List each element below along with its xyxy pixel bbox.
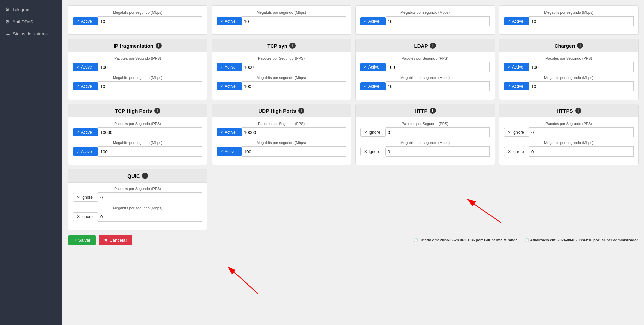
card-header-ldap: LDAP i <box>356 39 495 52</box>
info-icon-quic[interactable]: i <box>142 173 148 179</box>
info-icon-ip-fragmentation[interactable]: i <box>156 43 162 49</box>
field-btn-tcp-syn-1[interactable]: ✓ Active <box>217 82 242 90</box>
field-btn-chargen-1[interactable]: ✓ Active <box>504 82 529 90</box>
card-title-tcp-syn: TCP syn <box>267 43 287 49</box>
field-btn-http-1[interactable]: ✕ Ignore <box>360 147 386 156</box>
btn-label-https-1: Ignore <box>512 149 524 154</box>
created-label: Criado em: <box>420 238 439 242</box>
info-icon-ldap[interactable]: i <box>430 43 436 49</box>
info-icon-chargen[interactable]: i <box>577 43 583 49</box>
top-active-btn-1[interactable]: ✓ Active <box>73 17 98 25</box>
svg-line-2 <box>228 267 258 294</box>
field-input-https-0[interactable] <box>529 127 634 137</box>
field-input-quic-0[interactable] <box>98 192 202 202</box>
top-active-btn-4[interactable]: ✓ Active <box>504 17 529 25</box>
field-btn-tcp-high-ports-1[interactable]: ✓ Active <box>73 147 98 156</box>
field-input-http-0[interactable] <box>386 127 490 137</box>
card-title-tcp-high-ports: TCP High Ports <box>115 108 152 114</box>
top-input-2[interactable] <box>242 16 346 26</box>
field-btn-https-1[interactable]: ✕ Ignore <box>504 147 529 156</box>
cancel-button[interactable]: ✖ Cancelar <box>99 235 132 245</box>
field-btn-chargen-0[interactable]: ✓ Active <box>504 63 529 71</box>
field-btn-quic-0[interactable]: ✕ Ignore <box>73 193 98 202</box>
field-input-tcp-high-ports-0[interactable] <box>98 127 202 137</box>
btn-icon-ldap-1: ✓ <box>364 84 367 89</box>
card-header-http: HTTP i <box>356 104 495 117</box>
field-input-udp-high-ports-0[interactable] <box>242 127 346 137</box>
top-field-row-4: ✓ Active <box>504 16 634 26</box>
top-input-3[interactable] <box>386 16 490 26</box>
field-input-tcp-syn-1[interactable] <box>242 81 346 91</box>
anti-ddos-icon: ⚙ <box>5 19 10 24</box>
info-icon-tcp-high-ports[interactable]: i <box>154 108 160 114</box>
card-tcp-high-ports: TCP High Ports i Pacotes por Segundo (PP… <box>68 104 207 165</box>
btn-label-chargen-1: Active <box>512 84 523 89</box>
field-btn-tcp-high-ports-0[interactable]: ✓ Active <box>73 128 98 136</box>
field-label-quic-1: Megabits por segundo (Mbps) <box>73 206 202 210</box>
top-input-1[interactable] <box>98 16 202 26</box>
field-input-tcp-high-ports-1[interactable] <box>98 146 202 157</box>
btn-label-udp-high-ports-0: Active <box>225 130 236 135</box>
top-row: Megabits por segundo (Mbps) ✓ Active Meg… <box>68 5 639 35</box>
field-btn-ip-fragmentation-1[interactable]: ✓ Active <box>73 82 98 90</box>
field-input-chargen-0[interactable] <box>529 62 634 72</box>
field-input-ldap-1[interactable] <box>386 81 490 91</box>
btn-label-ldap-1: Active <box>368 84 380 89</box>
footer: + Salvar ✖ Cancelar 🕐 Criado em: 2023-02… <box>68 235 639 245</box>
btn-icon-udp-high-ports-0: ✓ <box>220 130 223 135</box>
sidebar-label-anti-ddos: Anti-DDoS <box>12 19 33 24</box>
top-active-btn-2[interactable]: ✓ Active <box>217 17 242 25</box>
field-input-ldap-0[interactable] <box>386 62 490 72</box>
btn-label-tcp-high-ports-1: Active <box>81 149 92 154</box>
field-btn-tcp-syn-0[interactable]: ✓ Active <box>217 63 242 71</box>
field-label-http-1: Megabits por segundo (Mbps) <box>360 141 490 145</box>
field-btn-ldap-1[interactable]: ✓ Active <box>360 82 386 90</box>
save-button[interactable]: + Salvar <box>68 235 96 245</box>
btn-label-ldap-0: Active <box>368 65 380 70</box>
btn-icon-ldap-0: ✓ <box>364 65 367 70</box>
btn-label-udp-high-ports-1: Active <box>225 149 236 154</box>
footer-meta: 🕐 Criado em: 2023-02-28 06:01:36 por: Gu… <box>414 238 638 242</box>
field-label-tcp-high-ports-1: Megabits por segundo (Mbps) <box>73 141 202 145</box>
field-input-quic-1[interactable] <box>98 212 202 222</box>
info-icon-udp-high-ports[interactable]: i <box>298 108 304 114</box>
check-icon-4: ✓ <box>507 19 511 24</box>
sidebar-item-telegram[interactable]: ⚙ Telegram <box>0 3 62 16</box>
field-input-http-1[interactable] <box>386 146 490 157</box>
info-icon-tcp-syn[interactable]: i <box>289 43 296 49</box>
field-btn-ldap-0[interactable]: ✓ Active <box>360 63 386 71</box>
top-input-4[interactable] <box>529 16 634 26</box>
field-input-tcp-syn-0[interactable] <box>242 62 346 72</box>
sidebar-label-telegram: Telegram <box>12 7 30 12</box>
btn-label-http-0: Ignore <box>369 130 380 135</box>
field-btn-quic-1[interactable]: ✕ Ignore <box>73 212 98 221</box>
field-row-tcp-syn-0: ✓ Active <box>217 62 346 72</box>
info-icon-https[interactable]: i <box>575 108 581 114</box>
field-row-tcp-high-ports-1: ✓ Active <box>73 146 202 157</box>
field-btn-http-0[interactable]: ✕ Ignore <box>360 128 386 137</box>
field-input-ip-fragmentation-0[interactable] <box>98 62 202 72</box>
field-btn-udp-high-ports-1[interactable]: ✓ Active <box>217 147 242 156</box>
btn-icon-tcp-syn-1: ✓ <box>220 84 223 89</box>
field-row-udp-high-ports-1: ✓ Active <box>217 146 346 157</box>
field-input-chargen-1[interactable] <box>529 81 634 91</box>
field-btn-https-0[interactable]: ✕ Ignore <box>504 128 529 137</box>
field-label-quic-0: Pacotes por Segundo (PPS) <box>73 187 202 191</box>
field-input-https-1[interactable] <box>529 146 634 157</box>
sidebar-item-status[interactable]: ☁ Status do sistema <box>0 28 62 40</box>
info-icon-http[interactable]: i <box>430 108 436 114</box>
check-icon-3: ✓ <box>364 19 367 24</box>
save-label: Salvar <box>78 238 91 243</box>
top-card-2: Megabits por segundo (Mbps) ✓ Active <box>212 5 351 35</box>
main-content: Megabits por segundo (Mbps) ✓ Active Meg… <box>62 0 644 325</box>
sidebar-item-anti-ddos[interactable]: ⚙ Anti-DDoS <box>0 16 62 28</box>
field-input-udp-high-ports-1[interactable] <box>242 146 346 157</box>
footer-actions: + Salvar ✖ Cancelar <box>68 235 132 245</box>
sidebar: ⚙ Telegram ⚙ Anti-DDoS ☁ Status do siste… <box>0 0 62 325</box>
field-btn-udp-high-ports-0[interactable]: ✓ Active <box>217 128 242 136</box>
field-btn-ip-fragmentation-0[interactable]: ✓ Active <box>73 63 98 71</box>
top-active-btn-3[interactable]: ✓ Active <box>360 17 386 25</box>
footer-updated: 🕐 Atualizado em: 2024-08-05 08:43:16 por… <box>525 238 638 242</box>
field-input-ip-fragmentation-1[interactable] <box>98 81 202 91</box>
top-field-row-2: ✓ Active <box>217 16 346 26</box>
